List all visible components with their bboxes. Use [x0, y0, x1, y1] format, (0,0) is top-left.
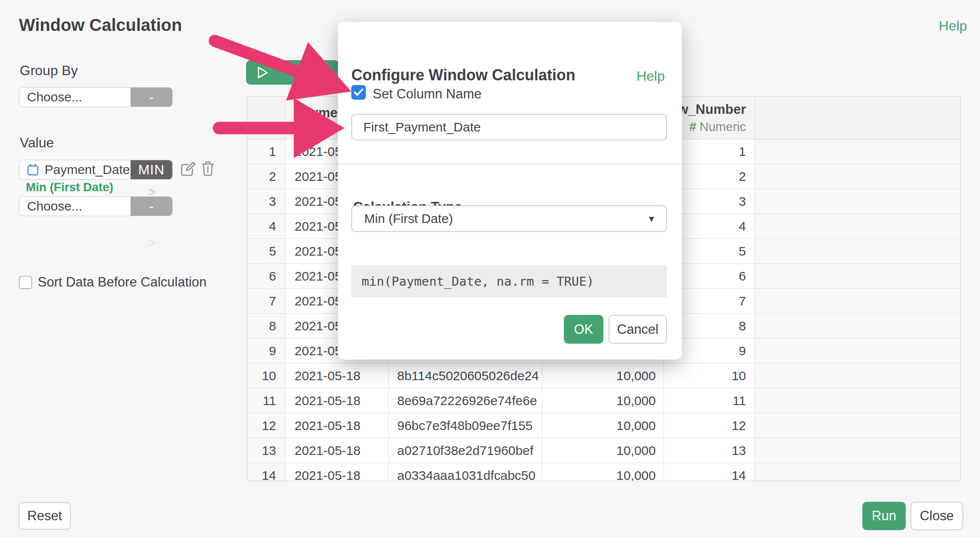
- table-cell: [755, 314, 960, 338]
- trash-icon[interactable]: [201, 161, 214, 178]
- row-index-header: [247, 97, 285, 139]
- run-button[interactable]: Run: [862, 502, 906, 530]
- table-cell: 11: [664, 388, 755, 413]
- sort-data-checkbox[interactable]: [19, 276, 32, 289]
- table-cell: 2021-05-18: [285, 438, 389, 463]
- group-by-label: Group By: [20, 63, 78, 79]
- table-row: 142021-05-18a0334aaa1031dfcabc5010,00014: [247, 463, 960, 481]
- calendar-icon: [27, 164, 39, 176]
- configure-window-calculation-modal: Configure Window Calculation Help Set Co…: [338, 22, 682, 360]
- column-name-input[interactable]: [351, 114, 667, 140]
- table-cell: [755, 289, 960, 313]
- set-column-name-label: Set Column Name: [373, 86, 481, 102]
- ok-button[interactable]: OK: [564, 315, 603, 344]
- window-calculation-dialog: Window Calculation Help Group By Choose.…: [0, 0, 980, 537]
- table-cell: 6: [247, 264, 285, 288]
- table-cell: 7: [247, 289, 285, 313]
- page-title: Window Calculation: [19, 15, 182, 35]
- modal-title: Configure Window Calculation: [351, 66, 575, 84]
- cancel-button[interactable]: Cancel: [609, 315, 667, 344]
- table-cell: 10,000: [542, 438, 664, 463]
- table-cell: 13: [664, 438, 755, 463]
- table-cell: 1: [247, 139, 285, 164]
- preview-run-button[interactable]: [246, 60, 339, 85]
- table-cell: 10: [247, 363, 285, 388]
- table-row: 122021-05-1896bc7e3f48b09ee7f15510,00012: [247, 413, 960, 438]
- table-cell: 8: [247, 314, 285, 338]
- table-cell: 9: [247, 339, 285, 363]
- sort-data-label: Sort Data Before Calculation: [38, 275, 207, 290]
- table-cell: 96bc7e3f48b09ee7f155: [389, 413, 542, 438]
- table-cell: 2: [247, 164, 285, 189]
- table-cell: 12: [247, 413, 285, 438]
- table-cell: 8b114c5020605026de24: [389, 363, 542, 388]
- table-cell: 14: [247, 463, 285, 481]
- table-cell: 10: [664, 363, 755, 388]
- table-cell: 3: [247, 189, 285, 214]
- table-cell: 10,000: [542, 463, 664, 481]
- table-cell: [755, 413, 960, 438]
- table-cell: 13: [247, 438, 285, 463]
- group-by-placeholder[interactable]: Choose...: [19, 88, 131, 107]
- group-by-select[interactable]: Choose... -: [19, 87, 173, 107]
- edit-icon[interactable]: [180, 161, 197, 178]
- table-row: 132021-05-18a02710f38e2d71960bef10,00013: [247, 438, 960, 463]
- sort-data-row: Sort Data Before Calculation: [19, 275, 207, 290]
- table-cell: [755, 463, 960, 481]
- table-cell: [755, 438, 960, 463]
- value-aggregation-chip[interactable]: MIN: [131, 160, 172, 179]
- table-cell: 11: [247, 388, 285, 413]
- formula-preview: min(Payment_Date, na.rm = TRUE): [351, 265, 667, 297]
- table-cell: [755, 388, 960, 413]
- table-cell: [755, 339, 960, 363]
- table-cell: [755, 363, 960, 388]
- table-row: 102021-05-188b114c5020605026de2410,00010: [247, 363, 960, 388]
- page-help-link[interactable]: Help: [939, 18, 967, 34]
- table-cell: [755, 164, 960, 189]
- table-cell: [755, 264, 960, 288]
- flow-chevron-icon: >: [148, 235, 156, 250]
- set-column-name-checkbox[interactable]: [351, 85, 366, 100]
- value-add-remove-button[interactable]: -: [131, 197, 172, 216]
- table-cell: a02710f38e2d71960bef: [389, 438, 542, 463]
- value-column[interactable]: Payment_Date: [19, 160, 131, 179]
- table-cell: [755, 239, 960, 263]
- table-row: 112021-05-188e69a72226926e74fe6e10,00011: [247, 388, 960, 413]
- calculation-type-value: Min (First Date): [364, 211, 453, 226]
- numeric-type-icon: #: [689, 120, 696, 134]
- table-cell: 12: [664, 413, 755, 438]
- table-cell: 2021-05-18: [285, 463, 389, 481]
- value-add-placeholder[interactable]: Choose...: [19, 197, 131, 216]
- table-cell: 14: [664, 463, 755, 481]
- chevron-down-icon: ▾: [649, 213, 654, 225]
- play-icon: [257, 66, 268, 79]
- table-cell: 8e69a72226926e74fe6e: [389, 388, 542, 413]
- table-cell: 10,000: [542, 388, 664, 413]
- table-cell: 2021-05-18: [285, 363, 389, 388]
- checkmark-icon: [354, 88, 363, 96]
- value-add-select[interactable]: Choose... -: [19, 196, 173, 216]
- table-cell: 2021-05-18: [285, 413, 389, 438]
- row-number-type: #Numeric: [689, 120, 746, 134]
- table-cell: 2021-05-18: [285, 388, 389, 413]
- value-calculation-subtitle: Min (First Date): [26, 180, 113, 194]
- table-cell: 5: [247, 239, 285, 263]
- close-button[interactable]: Close: [910, 502, 963, 530]
- modal-help-link[interactable]: Help: [636, 68, 665, 84]
- table-cell: a0334aaa1031dfcabc50: [389, 463, 542, 481]
- value-column-select[interactable]: Payment_Date MIN: [19, 160, 173, 180]
- value-label: Value: [20, 135, 54, 151]
- empty-column-header: [755, 97, 960, 139]
- table-cell: 10,000: [542, 363, 664, 388]
- calculation-type-select[interactable]: Min (First Date) ▾: [351, 205, 667, 232]
- modal-divider: [338, 164, 682, 165]
- table-cell: [755, 189, 960, 214]
- table-cell: [755, 139, 960, 164]
- table-cell: 10,000: [542, 413, 664, 438]
- table-cell: 4: [247, 214, 285, 238]
- value-column-name: Payment_Date: [45, 162, 130, 177]
- table-cell: [755, 214, 960, 238]
- reset-button[interactable]: Reset: [18, 502, 71, 530]
- group-by-remove-button[interactable]: -: [131, 88, 172, 107]
